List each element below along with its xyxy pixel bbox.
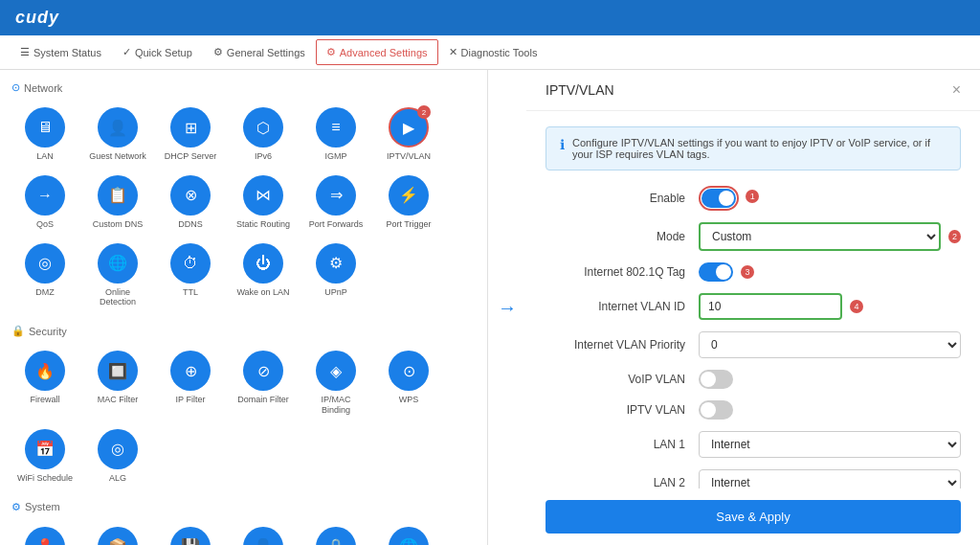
iptv-vlan-control <box>699 400 961 420</box>
guest-network-label: Guest Network <box>89 151 146 162</box>
icon-lan[interactable]: 🖥 LAN <box>11 103 78 166</box>
lan2-row: LAN 2 InternetIPTVVoIPNone <box>546 469 961 488</box>
save-apply-button[interactable]: Save & Apply <box>546 500 961 534</box>
icon-static-routing[interactable]: ⋈ Static Routing <box>230 171 297 234</box>
network-section: ⊙ Network 🖥 LAN 👤 Guest Network ⊞ DHCP S… <box>11 81 476 311</box>
vlan-id-input[interactable] <box>699 293 842 320</box>
lan1-label: LAN 1 <box>546 438 699 451</box>
iptv-vlan-row: IPTV VLAN <box>546 400 961 420</box>
static-routing-label: Static Routing <box>236 219 290 230</box>
general-settings-icon: ⚙ <box>213 46 223 58</box>
iptv-vlan-label: IPTV VLAN <box>546 403 699 417</box>
icon-admin-account[interactable]: 🔒 Admin Account <box>302 523 369 545</box>
icon-backup-restore[interactable]: 💾 Backup / Restore <box>157 523 224 545</box>
icon-upnp[interactable]: ⚙ UPnP <box>302 239 369 312</box>
nav-item-advanced-settings[interactable]: ⚙ Advanced Settings <box>316 39 438 65</box>
system-section: ⚙ System 📍 System Time 📦 Firmware 💾 Back… <box>11 501 476 545</box>
icon-port-trigger[interactable]: ⚡ Port Trigger <box>375 171 442 234</box>
ip-filter-icon: ⊕ <box>185 362 197 380</box>
port-forwards-icon: ⇒ <box>330 186 343 204</box>
icon-custom-dns[interactable]: 📋 Custom DNS <box>84 171 151 234</box>
nav-item-general-settings[interactable]: ⚙ General Settings <box>203 39 316 65</box>
icon-ipv6[interactable]: ⬡ IPv6 <box>230 103 297 166</box>
ddns-icon: ⊗ <box>185 186 197 204</box>
icon-firmware[interactable]: 📦 Firmware <box>84 523 151 545</box>
left-panel: ⊙ Network 🖥 LAN 👤 Guest Network ⊞ DHCP S… <box>0 70 488 545</box>
internet-tag-toggle[interactable] <box>699 262 733 282</box>
qos-label: QoS <box>36 219 54 230</box>
port-forwards-label: Port Forwards <box>309 219 364 230</box>
admin-account-icon: 🔒 <box>326 537 345 545</box>
wifi-schedule-label: WiFi Schedule <box>17 473 73 484</box>
icon-ttl[interactable]: ⏱ TTL <box>157 239 224 312</box>
enable-toggle[interactable] <box>702 189 736 208</box>
icon-administration[interactable]: 👤 Administration <box>230 523 297 545</box>
icon-mac-filter[interactable]: 🔲 MAC Filter <box>84 347 151 420</box>
nav-label-general-settings: General Settings <box>227 47 305 58</box>
igmp-icon: ≡ <box>331 119 340 136</box>
qos-icon: → <box>37 187 53 204</box>
advanced-settings-icon: ⚙ <box>326 46 336 58</box>
icon-language[interactable]: 🌐 Language <box>375 523 442 545</box>
dmz-icon: ◎ <box>38 254 52 272</box>
icon-guest-network[interactable]: 👤 Guest Network <box>84 103 151 166</box>
lan2-label: LAN 2 <box>546 476 699 488</box>
icon-wake-on-lan[interactable]: ⏻ Wake on LAN <box>230 239 297 312</box>
nav-item-system-status[interactable]: ☰ System Status <box>10 39 112 65</box>
system-section-icon: ⚙ <box>11 501 21 513</box>
dmz-label: DMZ <box>35 287 55 298</box>
icon-ip-filter[interactable]: ⊕ IP Filter <box>157 347 224 420</box>
security-section-icon: 🔒 <box>11 325 25 337</box>
modal-close-button[interactable]: × <box>952 81 961 99</box>
icon-ip-mac-binding[interactable]: ◈ IP/MAC Binding <box>302 347 369 420</box>
info-box: ℹ Configure IPTV/VLAN settings if you wa… <box>546 126 961 170</box>
app-logo: cudy <box>15 8 59 28</box>
guest-network-icon: 👤 <box>108 119 127 137</box>
modal-panel: IPTV/VLAN × ℹ Configure IPTV/VLAN settin… <box>526 70 980 545</box>
iptv-vlan-icon: ▶ <box>403 119 414 137</box>
voip-vlan-control <box>699 370 961 389</box>
icon-firewall[interactable]: 🔥 Firewall <box>11 347 78 420</box>
online-detection-label: Online Detection <box>88 287 147 308</box>
navbar: ☰ System Status ✓ Quick Setup ⚙ General … <box>0 35 980 70</box>
alg-label: ALG <box>109 473 126 484</box>
icon-alg[interactable]: ◎ ALG <box>84 425 151 488</box>
icon-qos[interactable]: → QoS <box>11 171 78 234</box>
ttl-icon: ⏱ <box>183 255 198 272</box>
upnp-label: UPnP <box>324 287 347 298</box>
nav-item-diagnostic-tools[interactable]: ✕ Diagnostic Tools <box>438 39 548 65</box>
nav-label-advanced-settings: Advanced Settings <box>340 47 428 58</box>
icon-iptv-vlan[interactable]: ▶ 2 IPTV/VLAN <box>375 103 442 166</box>
icon-port-forwards[interactable]: ⇒ Port Forwards <box>302 171 369 234</box>
ddns-label: DDNS <box>178 219 203 230</box>
icon-ddns[interactable]: ⊗ DDNS <box>157 171 224 234</box>
icon-dhcp-server[interactable]: ⊞ DHCP Server <box>157 103 224 166</box>
lan-icon: 🖥 <box>37 119 53 136</box>
icon-igmp[interactable]: ≡ IGMP <box>302 103 369 166</box>
nav-label-quick-setup: Quick Setup <box>135 47 192 58</box>
mode-select[interactable]: Custom ISP1 ISP2 Bridge <box>699 222 941 251</box>
nav-item-quick-setup[interactable]: ✓ Quick Setup <box>112 39 203 65</box>
language-icon: 🌐 <box>399 537 418 545</box>
vlan-priority-select[interactable]: 0123 4567 <box>699 331 961 358</box>
iptv-vlan-label: IPTV/VLAN <box>387 151 431 162</box>
lan2-select[interactable]: InternetIPTVVoIPNone <box>699 469 961 488</box>
app-header: cudy <box>0 0 980 35</box>
icon-system-time[interactable]: 📍 System Time <box>11 523 78 545</box>
icon-domain-filter[interactable]: ⊘ Domain Filter <box>230 347 297 420</box>
voip-vlan-toggle[interactable] <box>699 370 733 389</box>
lan1-select[interactable]: InternetIPTVVoIPNone <box>699 431 961 458</box>
right-arrow-icon: → <box>498 297 517 319</box>
icon-wps[interactable]: ⊙ WPS <box>375 347 442 420</box>
modal-body: ℹ Configure IPTV/VLAN settings if you wa… <box>526 111 980 488</box>
mode-control: Custom ISP1 ISP2 Bridge 2 <box>699 222 961 251</box>
icon-online-detection[interactable]: 🌐 Online Detection <box>84 239 151 312</box>
info-icon: ℹ <box>560 137 565 160</box>
voip-vlan-label: VoIP VLAN <box>546 373 699 386</box>
ip-mac-binding-label: IP/MAC Binding <box>306 395 366 416</box>
iptv-vlan-toggle[interactable] <box>699 400 733 420</box>
online-detection-icon: 🌐 <box>108 254 127 272</box>
icon-dmz[interactable]: ◎ DMZ <box>11 239 78 312</box>
port-trigger-label: Port Trigger <box>386 219 431 230</box>
icon-wifi-schedule[interactable]: 📅 WiFi Schedule <box>11 425 78 488</box>
